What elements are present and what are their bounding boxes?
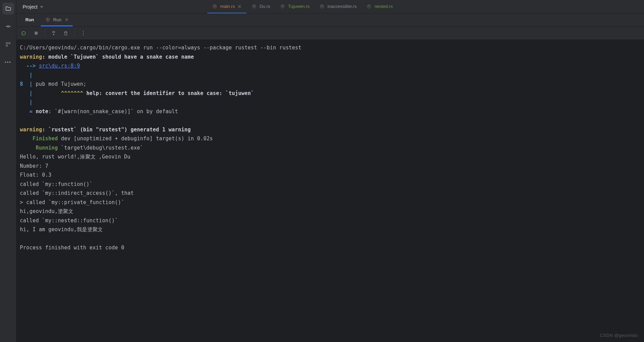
svg-text:R: R [321, 5, 323, 7]
editor-tab-Tujuwen-rs[interactable]: RTujuwen.rs [275, 0, 314, 13]
stop-button[interactable] [32, 30, 40, 37]
tool-window-tabs: Run R Run ✕ [16, 14, 644, 27]
svg-rect-3 [6, 45, 8, 46]
rust-icon: R [280, 4, 285, 9]
svg-text:R: R [214, 5, 216, 7]
scroll-to-end-button[interactable] [50, 30, 57, 37]
note-eq: = [20, 108, 36, 115]
more-actions-button[interactable]: ⋮ [80, 30, 87, 37]
editor-tab-nested-rs[interactable]: Rnested.rs [362, 0, 398, 13]
arrow: --> [20, 63, 39, 69]
finished-text: dev [unoptimized + debuginfo] target(s) … [58, 135, 213, 142]
top-bar: Project Rmain.rs✕RDu.rsRTujuwen.rsRinacc… [16, 0, 644, 14]
structure-icon [5, 42, 11, 47]
scroll-down-icon [51, 30, 57, 36]
close-icon[interactable]: ✕ [238, 4, 242, 9]
run-tool-label: Run [25, 17, 34, 22]
finished-label: Finished [20, 135, 58, 142]
console-output[interactable]: C:/Users/geovindu/.cargo/bin/cargo.exe r… [16, 40, 644, 342]
tab-label: inaccessible.rs [327, 4, 356, 9]
running-label: Running [20, 145, 58, 151]
cmd-line: C:/Users/geovindu/.cargo/bin/cargo.exe r… [20, 45, 302, 51]
rust-icon: R [45, 17, 50, 22]
trash-icon [63, 31, 69, 36]
tab-label: main.rs [220, 4, 235, 9]
svg-text:R: R [368, 5, 370, 7]
project-tool-button[interactable] [2, 3, 14, 14]
svg-point-0 [7, 26, 9, 27]
commit-tool-button[interactable] [2, 21, 14, 32]
run-config-tab[interactable]: R Run ✕ [41, 14, 73, 26]
ellipsis-icon: ••• [5, 60, 12, 65]
svg-text:R: R [47, 19, 48, 21]
svg-rect-16 [35, 32, 38, 35]
carets: ^^^^^^^ [33, 90, 86, 96]
kebab-icon: ⋮ [81, 31, 86, 36]
run-toolbar: ⋮ [16, 27, 644, 40]
warn-msg: : `rustest` (bin "rustest") generated 1 … [42, 127, 191, 133]
run-tool-tab[interactable]: Run [21, 14, 38, 26]
clear-button[interactable] [62, 30, 70, 37]
gutter: 8 | [20, 81, 33, 87]
rerun-button[interactable] [20, 30, 27, 37]
stop-icon [34, 31, 39, 36]
editor-tab-inaccessible-rs[interactable]: Rinaccessible.rs [314, 0, 361, 13]
help-msg: help: convert the identifier to snake ca… [86, 90, 254, 96]
left-tool-rail: ••• [0, 0, 16, 342]
rust-icon: R [212, 4, 218, 9]
rust-icon: R [319, 4, 325, 9]
watermark: CSDN @geovindu [600, 333, 638, 338]
tab-label: Du.rs [259, 4, 270, 9]
svg-text:R: R [253, 5, 255, 7]
separator [45, 30, 45, 37]
editor-tab-Du-rs[interactable]: RDu.rs [246, 0, 275, 13]
gutter: | [20, 72, 33, 78]
rust-icon: R [366, 4, 372, 9]
gutter: | [20, 90, 33, 96]
svg-rect-1 [6, 43, 8, 44]
rerun-icon [21, 30, 27, 36]
warn-msg: : module `Tujuwen` should have a snake c… [42, 54, 194, 60]
close-icon[interactable]: ✕ [65, 17, 69, 22]
running-text: `target\debug\rustest.exe` [58, 145, 143, 151]
code-line: pub mod Tujuwen; [33, 81, 86, 87]
more-tool-button[interactable]: ••• [2, 56, 14, 68]
gutter: | [20, 99, 33, 105]
rust-icon: R [251, 4, 257, 9]
warn-label: warning [20, 127, 42, 133]
svg-text:R: R [282, 5, 283, 7]
folder-icon [5, 5, 11, 12]
warn-label: warning [20, 54, 42, 60]
separator [74, 30, 75, 37]
structure-tool-button[interactable] [2, 38, 14, 50]
tab-label: nested.rs [375, 4, 393, 9]
project-label: Project [23, 4, 38, 10]
run-config-label: Run [53, 17, 61, 22]
commit-icon [5, 23, 11, 30]
project-dropdown[interactable]: Project [16, 0, 50, 13]
note-text: : `#[warn(non_snake_case)]` on by defaul… [48, 108, 178, 115]
note-label: note [36, 108, 48, 115]
stdout-block: Hello, rust world!,涂聚文 ,Geovin Du Number… [20, 154, 134, 251]
svg-rect-2 [9, 43, 10, 44]
source-link[interactable]: src\du.rs:8:9 [39, 63, 80, 69]
main-area: Project Rmain.rs✕RDu.rsRTujuwen.rsRinacc… [16, 0, 644, 342]
editor-tabs: Rmain.rs✕RDu.rsRTujuwen.rsRinaccessible.… [207, 0, 398, 13]
tab-label: Tujuwen.rs [288, 4, 309, 9]
editor-tab-main-rs[interactable]: Rmain.rs✕ [207, 0, 247, 13]
chevron-down-icon [40, 5, 44, 9]
